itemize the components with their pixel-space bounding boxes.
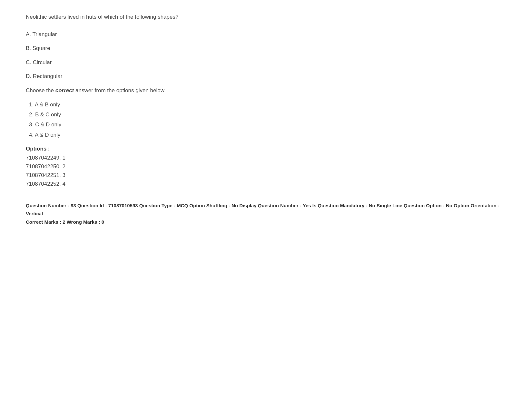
option-d: D. Rectangular <box>26 72 506 81</box>
option-id-4: 71087042252. 4 <box>26 180 506 188</box>
options-label: Options : <box>26 146 506 152</box>
question-text: Neolithic settlers lived in huts of whic… <box>26 13 506 21</box>
meta-section: Question Number : 93 Question Id : 71087… <box>26 201 506 226</box>
sub-option-1: 1. A & B only <box>29 100 506 109</box>
option-c: C. Circular <box>26 58 506 67</box>
option-id-1: 71087042249. 1 <box>26 153 506 162</box>
page-container: Neolithic settlers lived in huts of whic… <box>0 0 532 239</box>
meta-line-1: Question Number : 93 Question Id : 71087… <box>26 201 506 218</box>
choose-prefix: Choose the <box>26 87 55 93</box>
option-b: B. Square <box>26 44 506 53</box>
choose-suffix: answer from the options given below <box>74 87 164 93</box>
sub-option-4: 4. A & D only <box>29 131 506 139</box>
sub-option-2: 2. B & C only <box>29 110 506 119</box>
sub-options-list: 1. A & B only 2. B & C only 3. C & D onl… <box>29 100 506 139</box>
option-id-3: 71087042251. 3 <box>26 171 506 180</box>
option-id-2: 71087042250. 2 <box>26 162 506 171</box>
meta-line-2: Correct Marks : 2 Wrong Marks : 0 <box>26 218 506 226</box>
choose-instruction: Choose the correct answer from the optio… <box>26 86 506 95</box>
sub-option-3: 3. C & D only <box>29 120 506 129</box>
choose-bold: correct <box>55 87 74 93</box>
option-a: A. Triangular <box>26 30 506 39</box>
